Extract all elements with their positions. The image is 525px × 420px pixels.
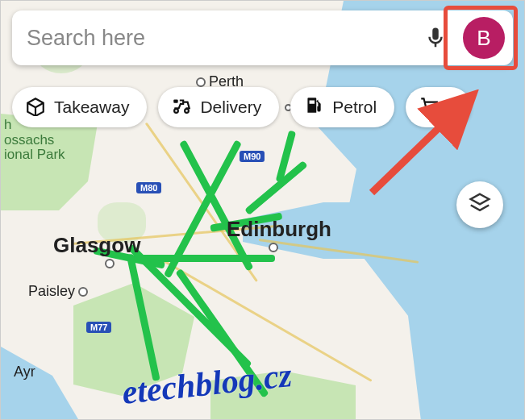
city-glasgow[interactable]: Glasgow (53, 233, 140, 258)
layers-button[interactable] (456, 181, 503, 228)
chip-label: Gr (448, 98, 466, 117)
chip-label: Petrol (332, 98, 377, 117)
category-chips-row: Takeaway Delivery Petrol Gr (9, 83, 524, 131)
svg-point-1 (185, 109, 190, 113)
cart-icon (419, 95, 440, 120)
city-edinburgh[interactable]: Edinburgh (227, 217, 331, 242)
svg-point-3 (425, 110, 427, 113)
svg-point-4 (433, 110, 435, 113)
road-shield-m90: M90 (240, 151, 265, 162)
box-icon (25, 95, 46, 120)
chip-petrol[interactable]: Petrol (290, 87, 394, 127)
chip-label: Takeaway (54, 98, 129, 117)
road-shield-m80: M80 (136, 182, 161, 193)
chip-delivery[interactable]: Delivery (158, 87, 279, 127)
moped-icon (171, 95, 192, 120)
chip-takeaway[interactable]: Takeaway (12, 87, 147, 127)
city-ayr[interactable]: Ayr (14, 364, 35, 380)
svg-rect-2 (174, 99, 178, 102)
chip-label: Delivery (200, 98, 261, 117)
city-paisley[interactable]: Paisley (28, 283, 91, 300)
profile-avatar[interactable]: B (463, 17, 505, 59)
layers-icon (468, 191, 492, 218)
svg-point-0 (175, 109, 179, 113)
chip-groceries[interactable]: Gr (406, 87, 471, 127)
search-input[interactable] (27, 26, 411, 51)
fuel-icon (303, 95, 324, 120)
road-shield-m77: M77 (86, 322, 111, 333)
search-bar[interactable]: B (12, 10, 513, 65)
microphone-icon[interactable] (418, 20, 453, 56)
